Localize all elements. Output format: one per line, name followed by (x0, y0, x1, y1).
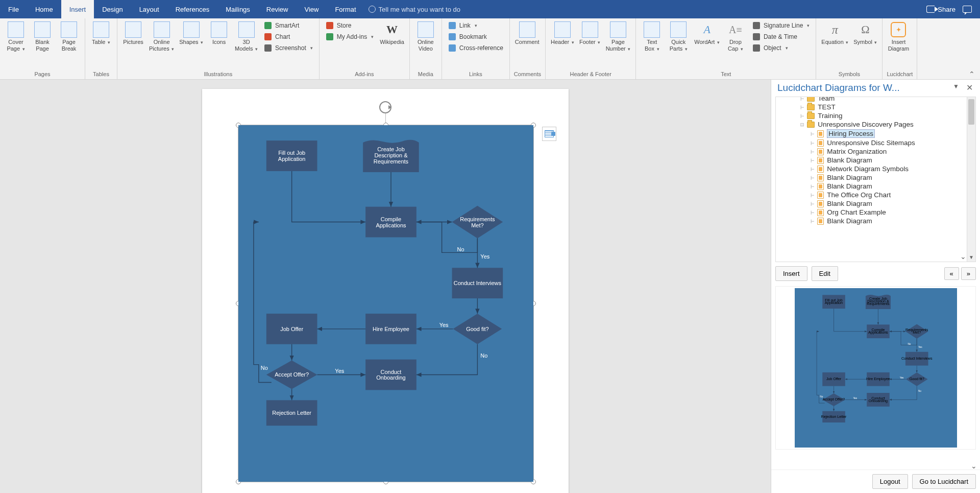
tree-document[interactable]: ⊢Blank Diagram (778, 217, 975, 225)
tree-folder[interactable]: ⊟Unresponsive Discovery Pages (778, 120, 975, 129)
svg-text:Job Offer: Job Offer (280, 326, 303, 332)
tree-document[interactable]: ⊢Org Chart Example (778, 208, 975, 217)
equation-button[interactable]: πEquation ▾ (820, 20, 849, 46)
tab-file[interactable]: File (0, 0, 27, 18)
svg-text:Description &: Description & (374, 152, 408, 158)
page-number-button[interactable]: Page Number ▾ (605, 20, 632, 53)
bookmark-button[interactable]: Bookmark (446, 32, 505, 42)
blank-page-button[interactable]: Blank Page (31, 20, 54, 53)
close-pane-button[interactable]: ✕ (964, 82, 975, 93)
pane-menu-dropdown[interactable]: ▼ (951, 82, 961, 93)
online-pictures-button[interactable]: Online Pictures ▾ (148, 20, 175, 53)
date-time-button[interactable]: Date & Time (750, 32, 812, 42)
cross-reference-button[interactable]: Cross-reference (446, 43, 505, 53)
cross-reference-icon (448, 44, 456, 52)
tree-item-label: Unresponsive Disc Sitemaps (827, 139, 915, 147)
text-box-button[interactable]: Text Box ▾ (640, 20, 664, 53)
tab-mailings[interactable]: Mailings (217, 0, 258, 18)
doc-icon (817, 166, 824, 173)
icons-button[interactable]: Icons (207, 20, 231, 46)
expand-tree-icon[interactable]: ⌄ (960, 252, 966, 261)
chart-button[interactable]: Chart (262, 32, 315, 42)
scroll-thumb[interactable] (968, 99, 974, 125)
3d-models-button[interactable]: 3D Models ▾ (234, 20, 259, 53)
tree-folder[interactable]: ⊢TEST (778, 103, 975, 111)
table-button[interactable]: Table ▾ (89, 20, 113, 46)
tree-item-label: Blank Diagram (827, 156, 872, 164)
online-video-button[interactable]: Online Video (414, 20, 437, 53)
tree-item-label: Blank Diagram (827, 200, 872, 207)
folder-icon (807, 122, 815, 128)
object-button[interactable]: Object▾ (750, 43, 812, 53)
tree-item-label: Team (818, 97, 835, 102)
tree-scrollbar[interactable]: ▲ ▼ (967, 97, 975, 262)
signature-line-button[interactable]: Signature Line▾ (750, 20, 812, 31)
header-button[interactable]: Header ▾ (550, 20, 575, 46)
tree-document[interactable]: ⊢Matrix Organization (778, 147, 975, 156)
tree-folder[interactable]: ⊢Training (778, 111, 975, 120)
svg-text:Onboarding: Onboarding (868, 399, 887, 403)
scroll-down-icon[interactable]: ▼ (967, 253, 975, 262)
layout-options-button[interactable] (542, 127, 556, 141)
tree-document[interactable]: ⊢Blank Diagram (778, 156, 975, 165)
symbol-button[interactable]: ΩSymbol ▾ (852, 20, 878, 46)
comment-button[interactable]: Comment (514, 20, 541, 46)
tree-document[interactable]: ⊢Network Diagram Symbols (778, 165, 975, 173)
tree-folder[interactable]: ⊢Team (778, 97, 975, 103)
page-break-button[interactable]: Page Break (57, 20, 81, 53)
insert-diagram-button[interactable]: ✦Insert Diagram (887, 20, 910, 53)
doc-icon (817, 148, 824, 155)
object-icon (752, 44, 761, 52)
tab-design[interactable]: Design (94, 0, 131, 18)
svg-text:No: No (480, 353, 487, 359)
store-button[interactable]: Store (324, 20, 376, 31)
wordart-button[interactable]: AWordArt ▾ (693, 20, 721, 46)
logout-button[interactable]: Logout (872, 474, 908, 489)
expand-footer-icon[interactable]: ⌄ (971, 462, 977, 470)
tab-references[interactable]: References (167, 0, 217, 18)
tree-item-label: Org Chart Example (827, 208, 886, 216)
my-addins-button[interactable]: My Add-ins▾ (324, 32, 376, 42)
svg-text:Create Job: Create Job (377, 146, 405, 152)
tree-document[interactable]: ⊢Blank Diagram (778, 182, 975, 191)
link-button[interactable]: Link▾ (446, 20, 505, 31)
tab-layout[interactable]: Layout (131, 0, 167, 18)
goto-lucidchart-button[interactable]: Go to Lucidchart (912, 474, 976, 489)
svg-text:Compile: Compile (381, 216, 401, 222)
blank-page-icon (34, 21, 51, 38)
tree-document[interactable]: ⊢The Office Org Chart (778, 191, 975, 199)
drop-cap-button[interactable]: A≡Drop Cap ▾ (724, 20, 747, 53)
screenshot-button[interactable]: Screenshot▾ (262, 43, 315, 53)
tell-me-search[interactable]: Tell me what you want to do (369, 0, 460, 18)
pictures-button[interactable]: Pictures (121, 20, 145, 46)
insert-button[interactable]: Insert (775, 266, 807, 281)
folder-icon (807, 113, 815, 119)
rotate-handle-icon[interactable] (379, 101, 391, 113)
document-area[interactable]: Fill out JobApplicationCreate JobDescrip… (0, 80, 771, 493)
tab-format[interactable]: Format (327, 0, 364, 18)
wikipedia-button[interactable]: WWikipedia (379, 20, 405, 46)
footer-button[interactable]: Footer ▾ (578, 20, 602, 46)
quick-parts-button[interactable]: Quick Parts ▾ (667, 20, 690, 53)
collapse-ribbon-icon[interactable]: ⌃ (969, 70, 975, 78)
share-button[interactable]: Share (926, 6, 955, 13)
tree-document[interactable]: ⊢Blank Diagram (778, 173, 975, 182)
tab-review[interactable]: Review (258, 0, 297, 18)
tab-insert[interactable]: Insert (61, 0, 94, 18)
shapes-button[interactable]: Shapes ▾ (178, 20, 204, 46)
group-label: Symbols (820, 71, 878, 78)
smartart-button[interactable]: SmartArt (262, 20, 315, 31)
tab-home[interactable]: Home (27, 0, 61, 18)
tab-view[interactable]: View (296, 0, 327, 18)
feedback-icon[interactable] (963, 6, 972, 13)
next-page-button[interactable]: » (961, 267, 976, 280)
svg-text:Rejection Letter: Rejection Letter (272, 410, 311, 416)
ribbon-group-pages: Cover Page ▾Blank PagePage BreakPages (0, 18, 85, 79)
tree-document[interactable]: ⊢Blank Diagram (778, 199, 975, 208)
tree-document[interactable]: ⊢Hiring Process (778, 129, 975, 138)
prev-page-button[interactable]: « (944, 267, 959, 280)
tree-document[interactable]: ⊢Unresponsive Disc Sitemaps (778, 138, 975, 147)
cover-page-button[interactable]: Cover Page ▾ (4, 20, 28, 53)
edit-button[interactable]: Edit (812, 266, 838, 281)
selected-object[interactable]: Fill out JobApplicationCreate JobDescrip… (238, 125, 534, 482)
